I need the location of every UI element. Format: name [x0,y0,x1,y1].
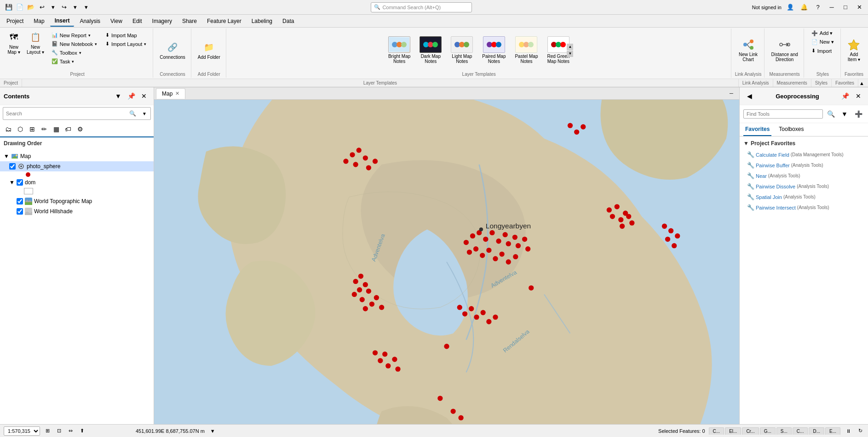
map-canvas[interactable]: Adventelva Rendalselva Adventelva [154,100,739,424]
tool-pairwise-dissolve[interactable]: 🔧 Pairwise Dissolve (Analysis Tools) [743,181,864,192]
world-hillshade-layer-item[interactable]: World Hillshade [0,206,154,216]
pastel-map-notes-button[interactable]: Pastel MapNotes [511,34,541,66]
tool-calculate-field[interactable]: 🔧 Calculate Field (Data Management Tools… [743,149,864,160]
menu-labeling[interactable]: Labeling [247,16,277,26]
menu-share[interactable]: Share [178,16,201,26]
new-notebook-button[interactable]: 📓 New Notebook ▾ [48,40,101,48]
photo-sphere-checkbox[interactable] [9,163,16,170]
tool-pairwise-buffer[interactable]: 🔧 Pairwise Buffer (Analysis Tools) [743,160,864,170]
menu-feature-layer[interactable]: Feature Layer [202,16,246,26]
scale-selector[interactable]: 1:570,315 [4,426,40,436]
fixed-zoom-button[interactable]: ⊞ [44,427,52,435]
bright-map-notes-button[interactable]: Bright MapNotes [385,34,414,66]
map-tab[interactable]: Map ✕ [156,88,185,99]
styles-import-button[interactable]: ⬇ Import [808,47,835,55]
layers-icon-group[interactable]: ▦ [51,124,62,135]
zoom-in-out-button[interactable]: ⇔ [67,427,75,435]
bottom-tab-g[interactable]: G... [760,427,776,435]
layers-icon-all[interactable]: 🗂 [3,124,14,135]
find-tools-input[interactable] [743,109,823,119]
bottom-tab-c1[interactable]: C... [709,427,724,435]
bottom-tab-s[interactable]: S... [776,427,792,435]
add-item-button[interactable]: AddItem ▾ [845,37,863,63]
ribbon-collapse-button[interactable]: ▲ [858,79,865,87]
new-button[interactable]: 📄 [15,2,25,12]
styles-new-button[interactable]: 📄 New ▾ [808,38,838,46]
geo-pin-button[interactable]: 📌 [839,90,851,102]
distance-direction-button[interactable]: Distance andDirection [768,37,800,63]
user-icon[interactable]: 👤 [785,2,795,12]
add-folder-button[interactable]: 📁 Add Folder [195,40,223,61]
geo-close-button[interactable]: ✕ [852,90,864,102]
menu-view[interactable]: View [106,16,127,26]
find-tools-add-btn[interactable]: ➕ [852,108,864,120]
world-topo-layer-item[interactable]: World Topographic Map [0,196,154,206]
tool-pairwise-intersect[interactable]: 🔧 Pairwise Intersect (Analysis Tools) [743,202,864,213]
toolbox-button[interactable]: 🔧 Toolbox ▾ [48,49,101,57]
bottom-tab-d[interactable]: D... [809,427,824,435]
task-button[interactable]: ✅ Task ▾ [48,57,101,65]
layers-icon-raster[interactable]: ⊞ [27,124,38,135]
undo-button[interactable]: ↩ [37,2,47,12]
new-layout-button[interactable]: 📋 NewLayout ▾ [24,29,47,56]
contents-pin-btn[interactable]: 📌 [125,90,137,102]
menu-data[interactable]: Data [278,16,299,26]
layers-icon-annotation[interactable]: ✏ [39,124,50,135]
menu-map[interactable]: Map [29,16,49,26]
open-button[interactable]: 📂 [26,2,36,12]
map-tab-minimize[interactable]: ─ [725,87,737,99]
save-button[interactable]: 💾 [4,2,14,12]
geo-back-button[interactable]: ◀ [743,90,755,102]
world-topo-checkbox[interactable] [17,198,23,204]
undo-dropdown[interactable]: ▾ [48,2,58,12]
geo-tab-favorites[interactable]: Favorites [743,123,771,136]
command-search[interactable]: 🔍 Command Search (Alt+Q) [371,2,472,12]
bottom-tab-el[interactable]: El... [725,427,741,435]
full-extent-button[interactable]: ⊡ [55,427,63,435]
light-map-notes-button[interactable]: Light MapNotes [447,34,477,66]
world-hillshade-checkbox[interactable] [17,208,23,215]
redo-dropdown[interactable]: ▾ [70,2,80,12]
find-tools-search-btn[interactable]: 🔍 [825,108,837,120]
menu-insert[interactable]: Insert [50,16,75,27]
search-options-button[interactable]: ▼ [138,108,150,119]
north-arrow-button[interactable]: ⬆ [78,427,86,435]
styles-add-button[interactable]: ➕ Add ▾ [808,29,837,37]
dom-checkbox[interactable] [17,179,23,186]
bottom-tab-e[interactable]: E... [825,427,840,435]
map-expand-icon[interactable]: ▼ [4,153,9,159]
dom-layer-item[interactable]: ▼ dom [0,178,154,187]
dom-expand-icon[interactable]: ▼ [9,179,15,186]
sign-in-label[interactable]: Not signed in [752,5,782,10]
photo-sphere-layer-item[interactable]: photo_sphere [0,161,154,171]
scroll-up-arrow[interactable]: ▲ [567,44,573,50]
minimize-button[interactable]: ─ [827,2,837,12]
layers-icon-standalone[interactable]: 🏷 [63,124,74,135]
close-button[interactable]: ✕ [854,2,864,12]
menu-imagery[interactable]: Imagery [148,16,177,26]
pause-button[interactable]: ⏸ [844,427,853,435]
map-tab-close[interactable]: ✕ [175,91,179,96]
geo-tab-toolboxes[interactable]: Toolboxes [777,123,805,136]
menu-analysis[interactable]: Analysis [75,16,105,26]
new-report-button[interactable]: 📊 New Report ▾ [48,31,101,39]
redo-button[interactable]: ↪ [59,2,69,12]
search-input[interactable] [3,109,126,118]
tool-near[interactable]: 🔧 Near (Analysis Tools) [743,170,864,181]
help-button[interactable]: ? [813,2,823,12]
layers-icon-feature[interactable]: ⬡ [15,124,26,135]
notification-bell[interactable]: 🔔 [799,2,809,12]
maximize-button[interactable]: □ [840,2,851,12]
contents-filter-btn[interactable]: ▼ [112,90,124,102]
search-button[interactable]: 🔍 [126,108,138,119]
dark-map-notes-button[interactable]: Dark MapNotes [416,34,445,66]
scroll-down-arrow[interactable]: ▼ [567,51,573,57]
tool-spatial-join[interactable]: 🔧 Spatial Join (Analysis Tools) [743,192,864,202]
import-layout-button[interactable]: ⬇ Import Layout ▾ [102,40,150,48]
find-tools-dropdown-btn[interactable]: ▼ [839,108,851,120]
menu-edit[interactable]: Edit [128,16,147,26]
menu-project[interactable]: Project [2,16,28,26]
paired-map-notes-button[interactable]: Paired MapNotes [478,34,509,66]
new-map-button[interactable]: 🗺 NewMap ▾ [5,29,23,56]
connections-button[interactable]: 🔗 Connections [157,40,188,61]
